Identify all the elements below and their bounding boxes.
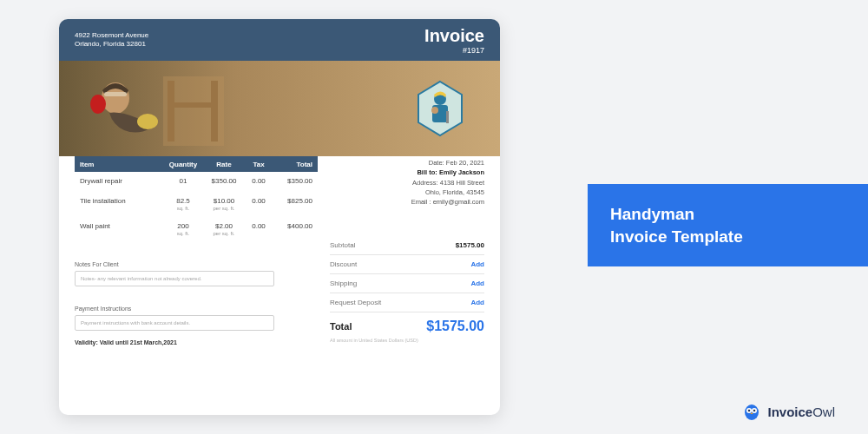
cell-item: Wall paint xyxy=(75,222,161,230)
address-line-1: 4922 Rosemont Avenue xyxy=(75,31,148,40)
svg-point-18 xyxy=(753,410,756,412)
svg-rect-7 xyxy=(211,81,218,141)
add-discount-link[interactable]: Add xyxy=(470,260,484,268)
shipping-label: Shipping xyxy=(330,279,357,287)
col-quantity: Quantity xyxy=(161,161,205,168)
svg-point-3 xyxy=(90,95,106,114)
deposit-row: Request Deposit Add xyxy=(330,293,484,312)
cell-rate: $2.00per sq. ft. xyxy=(205,222,243,236)
hero-image xyxy=(59,61,500,156)
cell-tax: 0.00 xyxy=(243,222,274,230)
promo-line-1: Handyman xyxy=(610,203,868,226)
shipping-row: Shipping Add xyxy=(330,274,484,293)
svg-rect-2 xyxy=(104,92,127,96)
svg-rect-8 xyxy=(168,102,218,108)
invoice-title: Invoice xyxy=(424,26,484,46)
notes-input[interactable]: Notes- any relevant information not alre… xyxy=(75,271,274,286)
svg-rect-6 xyxy=(168,81,174,141)
cell-tax: 0.00 xyxy=(243,177,274,185)
worker-illustration xyxy=(76,68,233,155)
invoice-card: 4922 Rosemont Avenue Orlando, Florida 32… xyxy=(59,19,500,415)
promo-banner: Handyman Invoice Template xyxy=(588,184,868,266)
cell-total: $825.00 xyxy=(274,197,318,205)
owl-icon xyxy=(741,401,762,422)
handyman-logo-icon xyxy=(415,80,465,137)
payment-label: Payment Instructions xyxy=(75,306,318,312)
col-tax: Tax xyxy=(243,161,274,168)
company-address: 4922 Rosemont Avenue Orlando, Florida 32… xyxy=(75,31,148,49)
total-label: Total xyxy=(330,321,352,332)
cell-item: Drywall repair xyxy=(75,177,161,185)
bill-to-block: Date: Feb 20, 2021 Bill to: Emily Jackso… xyxy=(330,156,484,207)
svg-rect-13 xyxy=(446,111,449,123)
address-line-2: Orlando, Florida 32801 xyxy=(75,40,148,49)
notes-label: Notes For Client xyxy=(75,261,318,267)
cell-rate: $10.00per sq. ft. xyxy=(205,197,243,211)
col-item: Item xyxy=(75,161,161,168)
brand-logo: InvoiceOwl xyxy=(741,401,835,422)
brand-name: InvoiceOwl xyxy=(767,404,835,419)
discount-label: Discount xyxy=(330,260,357,268)
cell-total: $350.00 xyxy=(274,177,318,185)
svg-point-12 xyxy=(431,107,438,114)
payment-input[interactable]: Payment instructions with bank account d… xyxy=(75,315,274,331)
cell-qty: 82.5sq. ft. xyxy=(161,197,205,211)
invoice-title-block: Invoice #1917 xyxy=(424,26,484,55)
cell-qty: 01 xyxy=(161,177,205,186)
svg-point-17 xyxy=(748,410,751,412)
add-deposit-link[interactable]: Add xyxy=(470,299,484,306)
subtotal-value: $1575.00 xyxy=(456,241,484,249)
cell-rate: $350.00 xyxy=(205,177,243,186)
discount-row: Discount Add xyxy=(330,255,484,274)
subtotal-label: Subtotal xyxy=(330,241,355,249)
subtotal-row: Subtotal $1575.00 xyxy=(330,236,484,255)
cell-item: Tile installation xyxy=(75,197,161,205)
total-row: Total $1575.00 xyxy=(330,312,484,336)
total-value: $1575.00 xyxy=(426,319,484,334)
table-header: Item Quantity Rate Tax Total xyxy=(75,156,318,172)
currency-disclaimer: All amount in United States Dollars (USD… xyxy=(330,338,484,343)
invoice-number: #1917 xyxy=(424,46,484,55)
table-row: Tile installation 82.5sq. ft. $10.00per … xyxy=(75,192,318,217)
table-row: Drywall repair 01 $350.00 0.00 $350.00 xyxy=(75,172,318,192)
validity-text: Validity: Valid until 21st March,2021 xyxy=(75,339,318,345)
table-row: Wall paint 200sq. ft. $2.00per sq. ft. 0… xyxy=(75,217,318,242)
cell-tax: 0.00 xyxy=(243,197,274,205)
col-total: Total xyxy=(274,161,318,168)
add-shipping-link[interactable]: Add xyxy=(470,279,484,287)
col-rate: Rate xyxy=(205,161,243,168)
invoice-header: 4922 Rosemont Avenue Orlando, Florida 32… xyxy=(59,19,500,61)
cell-qty: 200sq. ft. xyxy=(161,222,205,236)
svg-point-4 xyxy=(137,114,158,129)
deposit-label: Request Deposit xyxy=(330,299,381,306)
promo-line-2: Invoice Template xyxy=(610,226,868,248)
cell-total: $400.00 xyxy=(274,222,318,230)
